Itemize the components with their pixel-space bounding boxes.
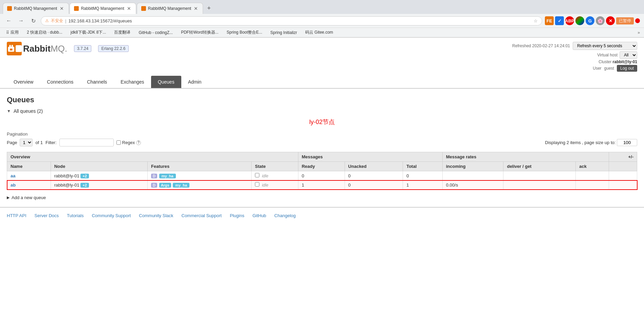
cluster-label: Cluster (599, 59, 611, 64)
section-title: All queues (2) (14, 108, 43, 114)
tab-close-2[interactable]: ✕ (126, 6, 132, 11)
browser-tab-3[interactable]: RabbitMQ Management ✕ (137, 3, 203, 14)
queue-actions-ab (609, 180, 637, 190)
user-name: guest (604, 66, 614, 71)
tab-title-2: RabbitMQ Management (81, 6, 124, 11)
annotation-text: ly-02节点 (7, 118, 637, 126)
regex-label: Regex ? (116, 140, 141, 145)
vhost-select[interactable]: All / (620, 51, 637, 59)
queue-name-aa[interactable]: aa (7, 171, 51, 180)
browser-action-buttons: FE ✓ ABP G 🌸 ✕ 已暂停 (545, 16, 640, 25)
g-button[interactable]: G (586, 16, 594, 25)
footer-plugins[interactable]: Plugins (230, 213, 244, 218)
nav-overview[interactable]: Overview (7, 76, 40, 88)
logo-text: RabbitMQ. (23, 43, 67, 54)
pagination-label: Pagination (7, 132, 637, 137)
bookmark-3[interactable]: 百度翻译 (112, 29, 132, 36)
displaying-info: Displaying 2 items , page size up to: (545, 139, 637, 146)
svg-rect-1 (9, 45, 11, 48)
plus-minus-header[interactable]: +/- (609, 152, 637, 162)
col-ack: ack (576, 162, 609, 171)
fe-button[interactable]: FE (545, 16, 554, 25)
vhost-row: Virtual host All / (512, 51, 637, 59)
nav-queues[interactable]: Queues (151, 76, 181, 88)
filter-input[interactable] (59, 139, 114, 146)
page-select[interactable]: 1 (20, 139, 33, 146)
queue-state-ab: idle (252, 180, 298, 190)
pause-button[interactable]: 已暂停 (616, 17, 634, 24)
footer-community-support[interactable]: Community Support (92, 213, 131, 218)
photos-button[interactable]: 🌸 (596, 16, 605, 25)
content-area: Queues ▼ All queues (2) ly-02节点 Paginati… (0, 89, 644, 207)
queue-total-aa: 0 (403, 171, 443, 180)
apps-grid-icon: ⠿ (6, 30, 9, 35)
footer-http-api[interactable]: HTTP API (7, 213, 26, 218)
section-toggle[interactable]: ▼ (7, 109, 11, 113)
feature-args-ab: Args (159, 183, 171, 188)
queue-name-ab[interactable]: ab (7, 180, 51, 190)
feature-d-ab: D (151, 183, 157, 188)
bookmarks-more[interactable]: » (638, 30, 640, 35)
footer-community-slack[interactable]: Community Slack (139, 213, 173, 218)
check-button[interactable]: ✓ (555, 16, 564, 25)
bookmark-7[interactable]: Spring Initializr (268, 30, 299, 36)
col-unacked: Unacked (345, 162, 403, 171)
footer-tutorials[interactable]: Tutorials (67, 213, 84, 218)
footer-commercial-support[interactable]: Commercial Support (182, 213, 222, 218)
logout-button[interactable]: Log out (617, 65, 637, 72)
node-badge-ab: +2 (80, 183, 89, 188)
bookmark-6[interactable]: Spring Boot整合E... (225, 29, 264, 36)
x-button[interactable]: ✕ (606, 16, 615, 25)
page-size-input[interactable] (617, 139, 637, 146)
browser-tab-1[interactable]: RabbitMQ Management ✕ (3, 3, 69, 14)
queues-table: Overview Messages Message rates +/- Name… (7, 152, 637, 190)
browser-tab-2[interactable]: RabbitMQ Management ✕ (70, 3, 136, 14)
tab-title-3: RabbitMQ Management (148, 6, 191, 11)
regex-help[interactable]: ? (136, 140, 141, 145)
nav-channels[interactable]: Channels (80, 76, 114, 88)
nav-exchanges[interactable]: Exchanges (114, 76, 151, 88)
add-queue-arrow-icon: ▶ (7, 195, 10, 200)
footer-server-docs[interactable]: Server Docs (35, 213, 59, 218)
star-icon[interactable]: ☆ (534, 18, 538, 23)
bookmark-2[interactable]: jdk8下载-JDK 8下... (69, 29, 108, 36)
tab-close-1[interactable]: ✕ (59, 6, 65, 11)
queue-deliver-aa (503, 171, 576, 180)
reload-button[interactable]: ↻ (29, 16, 38, 25)
new-tab-button[interactable]: + (204, 3, 214, 14)
abp-button[interactable]: ABP (565, 16, 574, 25)
refresh-row: Refreshed 2020-02-27 14:24:01 Refresh ev… (512, 42, 637, 50)
rabbitmq-logo-icon (7, 42, 22, 55)
back-button[interactable]: ← (4, 16, 14, 25)
bookmark-4[interactable]: GitHub - codingZ... (136, 30, 175, 36)
queue-incoming-ab: 0.00/s (442, 180, 503, 190)
regex-checkbox[interactable] (116, 140, 121, 145)
app-footer: HTTP API Server Docs Tutorials Community… (0, 207, 644, 224)
tab-close-3[interactable]: ✕ (193, 6, 199, 11)
queue-ack-aa (576, 171, 609, 180)
col-features: Features (148, 162, 252, 171)
footer-github[interactable]: GitHub (253, 213, 266, 218)
forward-button[interactable]: → (16, 16, 26, 25)
color-button[interactable] (575, 16, 584, 25)
queue-state-aa: idle (252, 171, 298, 180)
bookmark-5[interactable]: PDF转Word转换器... (179, 29, 220, 36)
col-total: Total (403, 162, 443, 171)
add-queue-toggle[interactable]: ▶ Add a new queue (7, 195, 637, 200)
col-state: State (252, 162, 298, 171)
queue-checkbox-aa[interactable] (255, 173, 259, 177)
bookmark-1[interactable]: 2 快速启动 · dubb... (25, 29, 65, 36)
add-queue-label: Add a new queue (12, 195, 46, 200)
queue-total-ab: 1 (403, 180, 443, 190)
queue-checkbox-ab[interactable] (255, 182, 259, 187)
footer-changelog[interactable]: Changelog (274, 213, 296, 218)
bookmark-8[interactable]: 码云 Gitee.com (303, 29, 335, 36)
nav-connections[interactable]: Connections (40, 76, 80, 88)
bookmark-apps[interactable]: ⠿ 应用 (4, 29, 21, 36)
queue-ready-aa: 0 (298, 171, 345, 180)
refreshed-timestamp: Refreshed 2020-02-27 14:24:01 (512, 43, 570, 48)
refresh-select[interactable]: Refresh every 5 seconds Refresh every 10… (573, 42, 637, 50)
nav-admin[interactable]: Admin (181, 76, 208, 88)
url-bar[interactable]: ⚠ 不安全 | 192.168.43.134:15672/#/queues ☆ (41, 16, 542, 25)
col-incoming: incoming (442, 162, 503, 171)
